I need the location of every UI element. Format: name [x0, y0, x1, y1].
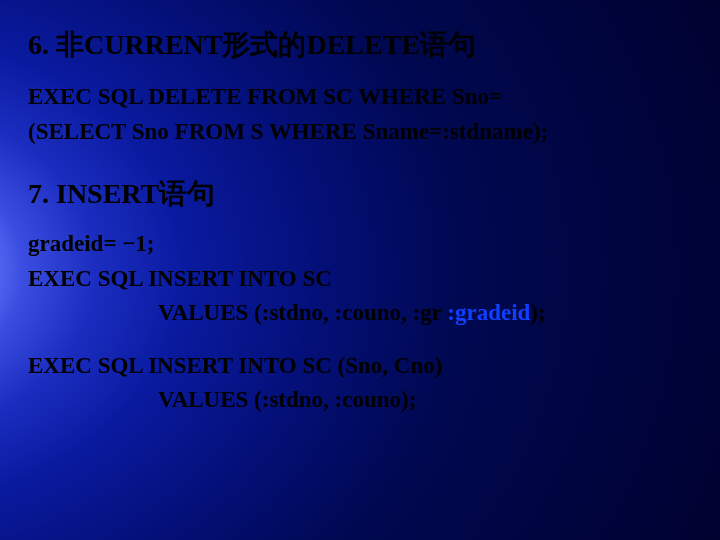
delete-line2: (SELECT Sno FROM S WHERE Sname=:stdname)… [28, 115, 690, 150]
insert-line3: VALUES (:stdno, :couno, :gr :gradeid); [28, 296, 690, 331]
insert-line5: VALUES (:stdno, :couno); [28, 383, 690, 418]
insert-line1: gradeid= −1; [28, 227, 690, 262]
spacer [28, 331, 690, 349]
heading-delete: 6. 非CURRENT形式的DELETE语句 [28, 26, 690, 64]
insert-line4: EXEC SQL INSERT INTO SC (Sno, Cno) [28, 349, 690, 384]
heading-insert: 7. INSERT语句 [28, 175, 690, 213]
insert-line3-part1: VALUES (:stdno, :couno, :gr [158, 300, 447, 325]
delete-line1: EXEC SQL DELETE FROM SC WHERE Sno= [28, 80, 690, 115]
insert-line3-highlight: :gradeid [447, 300, 530, 325]
slide: 6. 非CURRENT形式的DELETE语句 EXEC SQL DELETE F… [0, 0, 720, 540]
insert-line2: EXEC SQL INSERT INTO SC [28, 262, 690, 297]
insert-line3-part3: ); [530, 300, 545, 325]
